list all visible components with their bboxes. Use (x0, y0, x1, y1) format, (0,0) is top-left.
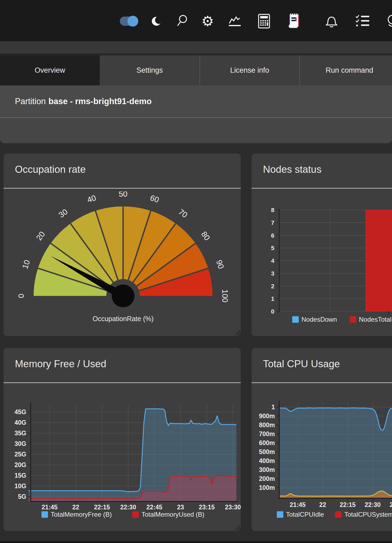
metrics-chart-icon[interactable] (228, 14, 242, 28)
panel-title: Occupation rate (15, 164, 86, 175)
svg-text:500m: 500m (259, 448, 275, 455)
svg-text:22: 22 (72, 504, 79, 511)
tab-license-info[interactable]: License info (200, 55, 299, 85)
topbar: ⚙ (0, 0, 392, 41)
search-icon[interactable] (175, 14, 189, 28)
svg-text:25G: 25G (15, 451, 26, 458)
svg-text:22:45: 22:45 (390, 501, 392, 508)
svg-text:22:15: 22:15 (94, 504, 110, 511)
svg-text:23:30: 23:30 (225, 504, 241, 511)
legend-label: TotalMemoryUsed (B) (142, 511, 204, 518)
tab-settings[interactable]: Settings (100, 55, 200, 85)
tabs-top-strip (0, 53, 392, 55)
svg-text:800m: 800m (259, 421, 275, 429)
legend-label: TotalCPUSystem (344, 511, 392, 518)
panel-occupation-rate: Occupation rate 0102030405060708090100Oc… (4, 154, 241, 336)
tab-run-command[interactable]: Run command (299, 55, 392, 85)
panel-resize-handle[interactable] (234, 524, 240, 530)
panel-memory-free-used: Memory Free / Used 5G10G15G20G25G30G35G4… (4, 348, 241, 531)
legend-label: TotalCPUIdle (286, 511, 324, 518)
panel-resize-handle[interactable] (234, 329, 240, 335)
svg-text:400m: 400m (259, 457, 275, 464)
panel-title-divider (4, 188, 241, 189)
panel-title: Total CPU Usage (263, 358, 340, 370)
svg-text:50: 50 (119, 191, 127, 198)
panel-nodes-status: Nodes status 012345678 NodesDown NodesTo… (252, 154, 392, 336)
svg-text:10: 10 (21, 259, 31, 270)
svg-text:8: 8 (271, 207, 274, 213)
svg-text:0: 0 (17, 294, 25, 298)
svg-text:21:45: 21:45 (290, 501, 306, 508)
calculator-icon[interactable] (258, 14, 271, 28)
notifications-bell-icon[interactable] (324, 14, 339, 28)
partition-name: base - rms-bright91-demo (49, 97, 152, 106)
memory-area-chart: 5G10G15G20G25G30G35G40G45G21:452222:1522… (4, 391, 241, 531)
legend-label: NodesDown (301, 316, 337, 323)
panel-title: Memory Free / Used (15, 358, 106, 370)
task-checklist-icon[interactable] (355, 14, 370, 28)
svg-text:35G: 35G (15, 430, 26, 437)
header-sub-strip (0, 118, 392, 143)
settings-gear-icon[interactable]: ⚙ (200, 14, 215, 28)
svg-text:80: 80 (200, 230, 212, 242)
legend-item-memoryfree[interactable]: TotalMemoryFree (B) (41, 511, 112, 518)
history-clock-icon[interactable] (384, 14, 392, 28)
panel-title: Nodes status (263, 164, 322, 175)
legend-swatch (132, 511, 139, 518)
legend-label: TotalMemoryFree (B) (51, 511, 112, 518)
svg-text:100m: 100m (259, 484, 275, 491)
topbar-sub-strip (0, 41, 392, 53)
svg-text:40: 40 (86, 193, 97, 204)
svg-text:20G: 20G (15, 461, 26, 468)
legend-swatch (292, 316, 299, 323)
svg-text:5G: 5G (18, 493, 26, 500)
svg-text:3: 3 (271, 270, 274, 277)
svg-text:22: 22 (319, 501, 326, 508)
bottom-edge-line (0, 541, 392, 543)
legend-swatch (350, 316, 356, 323)
svg-text:1: 1 (271, 404, 275, 411)
svg-text:7: 7 (271, 219, 274, 226)
legend-swatch (335, 511, 342, 518)
svg-text:21:45: 21:45 (42, 504, 58, 511)
svg-text:700m: 700m (259, 430, 275, 437)
legend-item-memoryused[interactable]: TotalMemoryUsed (B) (132, 511, 204, 518)
svg-text:22:30: 22:30 (365, 501, 381, 508)
svg-text:10G: 10G (15, 483, 26, 490)
svg-text:OccupationRate (%): OccupationRate (%) (92, 315, 153, 322)
svg-text:22:30: 22:30 (120, 504, 136, 511)
svg-text:30: 30 (57, 207, 69, 219)
svg-text:300m: 300m (259, 466, 275, 473)
panel-title-divider (4, 382, 241, 383)
svg-text:22:15: 22:15 (340, 501, 356, 508)
svg-text:23: 23 (177, 504, 184, 511)
tab-overview[interactable]: Overview (0, 55, 100, 85)
nodes-status-bar-chart: 012345678 (252, 191, 392, 335)
svg-text:4: 4 (271, 257, 275, 264)
svg-text:30G: 30G (15, 440, 26, 447)
svg-text:100: 100 (221, 289, 229, 302)
svg-text:15G: 15G (15, 472, 26, 479)
svg-text:900m: 900m (259, 413, 275, 420)
notes-receipt-icon[interactable] (287, 14, 301, 28)
legend-item-nodestotal[interactable]: NodesTotal (350, 316, 391, 323)
panel-title-divider (252, 382, 392, 383)
svg-text:70: 70 (177, 207, 189, 219)
svg-text:5: 5 (271, 245, 274, 251)
legend-item-cpuidle[interactable]: TotalCPUIdle (277, 511, 324, 518)
dark-mode-moon-icon[interactable] (151, 14, 163, 28)
svg-text:600m: 600m (259, 439, 275, 446)
legend-label: NodesTotal (359, 316, 391, 323)
svg-text:60: 60 (149, 193, 160, 204)
legend-item-cpusystem[interactable]: TotalCPUSystem (335, 511, 392, 518)
svg-text:23:15: 23:15 (199, 504, 215, 511)
partition-header: Partition base - rms-bright91-demo (0, 85, 392, 117)
occupation-gauge-chart: 0102030405060708090100OccupationRate (%) (4, 191, 241, 334)
bright-cluster-dashboard: ⚙ (0, 0, 392, 543)
partition-label: Partition (15, 97, 46, 106)
svg-text:40G: 40G (15, 419, 26, 426)
svg-text:22:45: 22:45 (146, 504, 162, 511)
theme-toggle-knob[interactable] (127, 16, 138, 27)
legend-item-nodesdown[interactable]: NodesDown (292, 316, 337, 323)
svg-text:0: 0 (271, 308, 274, 315)
